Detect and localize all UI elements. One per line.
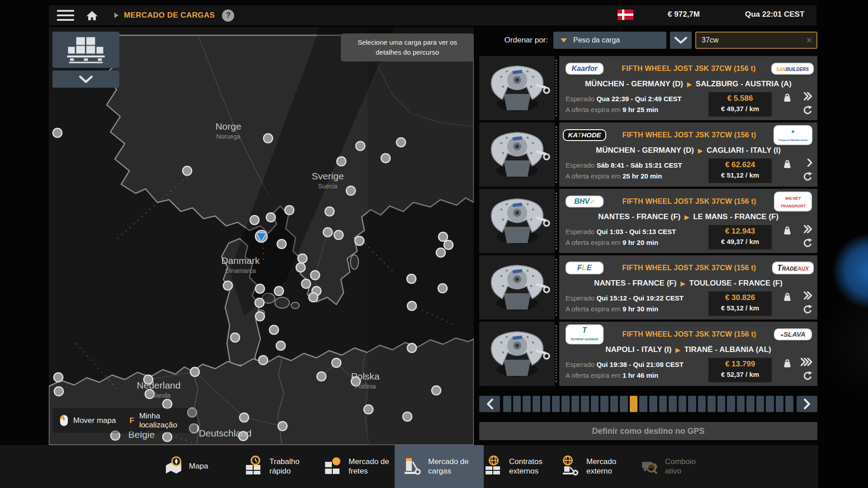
bottom-nav-item-map[interactable]: Mapa [163, 445, 208, 488]
search-input[interactable] [696, 33, 816, 48]
city-dot[interactable] [403, 412, 412, 421]
city-dot[interactable] [53, 128, 62, 137]
europe-map[interactable]: NorgeNoruegaSverigeSuéciaDanmarkDinamarc… [49, 27, 474, 445]
cargo-overview-button[interactable] [52, 32, 119, 68]
city-dot[interactable] [325, 207, 334, 216]
city-dot[interactable] [302, 279, 311, 288]
city-dot[interactable] [255, 312, 264, 321]
city-dot[interactable] [255, 298, 264, 307]
page-block[interactable] [737, 396, 745, 412]
cargo-job-row[interactable]: BHV✓ FIFTH WHEEL JOST JSK 37CW (156 t) W… [479, 189, 817, 253]
city-dot[interactable] [264, 134, 273, 143]
page-block[interactable] [600, 396, 609, 412]
city-dot[interactable] [54, 387, 63, 396]
city-dot[interactable] [277, 239, 286, 249]
page-block[interactable] [552, 396, 560, 412]
page-block[interactable] [503, 396, 511, 412]
city-dot[interactable] [323, 228, 332, 237]
city-dot[interactable] [438, 284, 447, 293]
page-block[interactable] [639, 396, 647, 412]
bottom-nav-item-external-contracts[interactable]: Contratos externos [483, 445, 557, 488]
page-block[interactable] [571, 396, 580, 412]
city-dot[interactable] [407, 343, 416, 352]
city-dot[interactable] [269, 325, 278, 334]
clear-search-icon[interactable]: ✕ [806, 36, 812, 45]
help-icon[interactable]: ? [222, 9, 234, 22]
page-block-active[interactable] [630, 396, 638, 412]
city-dot[interactable] [54, 373, 63, 382]
city-dot[interactable] [231, 333, 240, 342]
page-block[interactable] [620, 396, 628, 412]
page-block[interactable] [669, 396, 677, 412]
page-block[interactable] [708, 396, 716, 412]
city-dot[interactable] [332, 358, 341, 367]
city-dot[interactable] [381, 154, 390, 163]
city-dot[interactable] [255, 284, 264, 293]
cargo-job-row[interactable]: Kaarfor FIFTH WHEEL JOST JSK 37CW (156 t… [479, 56, 817, 120]
city-dot[interactable] [298, 254, 307, 263]
city-dot[interactable] [337, 157, 346, 166]
city-dot[interactable] [407, 301, 416, 310]
page-block[interactable] [688, 396, 696, 412]
sort-dropdown[interactable]: Peso da carga [553, 32, 666, 49]
bottom-nav-item-convoy[interactable]: Comboio ativo [639, 445, 713, 488]
home-icon[interactable] [86, 10, 98, 21]
city-dot[interactable] [439, 232, 448, 241]
map-panel[interactable]: NorgeNoruegaSverigeSuéciaDanmarkDinamarc… [49, 27, 474, 445]
city-dot[interactable] [259, 356, 268, 365]
page-block[interactable] [766, 396, 774, 412]
city-dot[interactable] [364, 405, 373, 414]
city-dot[interactable] [266, 213, 275, 222]
page-block[interactable] [533, 396, 541, 412]
page-block[interactable] [649, 396, 657, 412]
city-dot[interactable] [334, 230, 343, 239]
page-block[interactable] [581, 396, 589, 412]
page-block[interactable] [776, 396, 784, 412]
page-block[interactable] [523, 396, 531, 412]
set-gps-destination-button[interactable]: Definir como destino no GPS [479, 422, 817, 440]
page-block[interactable] [542, 396, 550, 412]
city-dot[interactable] [436, 248, 445, 257]
city-dot[interactable] [296, 263, 305, 272]
page-block[interactable] [698, 396, 706, 412]
city-dot[interactable] [183, 166, 192, 175]
bottom-nav-item-external-market[interactable]: Mercado externo [561, 445, 634, 488]
city-dot[interactable] [278, 422, 287, 431]
city-dot[interactable] [396, 138, 406, 147]
city-dot[interactable] [355, 236, 364, 245]
city-dot[interactable] [285, 206, 294, 215]
sort-expand-button[interactable] [670, 32, 692, 49]
bottom-nav-item-freight-market[interactable]: Mercado de fretes [323, 445, 396, 488]
cargo-job-row[interactable]: KATHODE FIFTH WHEEL JOST JSK 37CW (156 t… [479, 122, 817, 187]
page-block[interactable] [610, 396, 618, 412]
city-dot[interactable] [190, 367, 199, 376]
page-block[interactable] [679, 396, 687, 412]
page-block[interactable] [717, 396, 726, 412]
city-dot[interactable] [223, 281, 232, 290]
city-dot[interactable] [250, 216, 259, 225]
bottom-nav-item-cargo-market[interactable]: Mercado de cargas [395, 445, 484, 488]
city-dot[interactable] [356, 141, 365, 150]
city-dot[interactable] [444, 240, 453, 249]
page-block[interactable] [659, 396, 667, 412]
city-dot[interactable] [240, 413, 249, 422]
page-block[interactable] [746, 396, 755, 412]
page-block[interactable] [561, 396, 570, 412]
page-block[interactable] [727, 396, 735, 412]
page-block[interactable] [591, 396, 599, 412]
cargo-job-row[interactable]: FLE FIFTH WHEEL JOST JSK 37CW (156 t) TR… [479, 255, 817, 319]
city-dot[interactable] [276, 341, 285, 350]
city-dot[interactable] [163, 399, 172, 408]
page-block[interactable] [785, 396, 793, 412]
city-dot[interactable] [317, 372, 326, 381]
city-dot[interactable] [407, 274, 416, 283]
previous-page-button[interactable] [479, 396, 500, 412]
collapse-panel-button[interactable] [52, 70, 119, 88]
city-dot[interactable] [311, 271, 320, 280]
page-block[interactable] [756, 396, 764, 412]
city-dot[interactable] [346, 186, 355, 195]
city-dot[interactable] [274, 286, 283, 296]
bottom-nav-item-quick-job[interactable]: Trabalho rápido [244, 445, 317, 488]
hamburger-menu-icon[interactable] [57, 10, 74, 21]
cargo-job-row[interactable]: TTerminal container FIFTH WHEEL JOST JSK… [479, 322, 817, 386]
